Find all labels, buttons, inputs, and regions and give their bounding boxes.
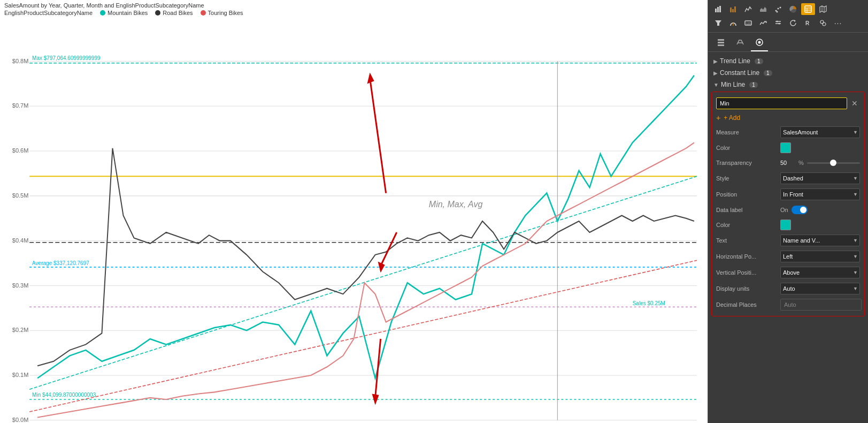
- trend-line-badge: 1: [755, 58, 763, 64]
- chart-area: SalesAmount by Year, Quarter, Month and …: [0, 0, 708, 423]
- legend-label-road: Road Bikes: [163, 10, 193, 16]
- transparency-value: 50: [780, 160, 795, 166]
- position-row: Position In Front Behind ▼: [716, 186, 860, 202]
- data-label-row: Data label On: [716, 202, 860, 217]
- measure-select[interactable]: SalesAmount: [780, 126, 860, 138]
- toolbar-scatter-icon[interactable]: [771, 3, 785, 15]
- data-label-value-container: On: [780, 206, 860, 214]
- main-container: SalesAmount by Year, Quarter, Month and …: [0, 0, 868, 423]
- svg-rect-76: [718, 39, 724, 41]
- color2-swatch[interactable]: [780, 220, 791, 230]
- add-button[interactable]: + + Add: [716, 111, 860, 124]
- toolbar-row-1: [710, 2, 866, 16]
- svg-marker-60: [820, 6, 826, 12]
- svg-text:Max $797,064.60999999999: Max $797,064.60999999999: [32, 55, 101, 61]
- tab-format[interactable]: [732, 36, 749, 51]
- svg-text:$0.8M: $0.8M: [12, 57, 29, 64]
- chart-legend: EnglishProductSubcategoryName Mountain B…: [4, 9, 703, 17]
- display-units-value-container: Auto None Thousands Millions ▼: [780, 283, 860, 294]
- transparency-value-container: 50 %: [780, 160, 860, 166]
- toolbar-more-icon[interactable]: ···: [831, 17, 845, 29]
- toolbar-funnel-icon[interactable]: [711, 17, 725, 29]
- h-position-select[interactable]: Left Center Right: [780, 251, 860, 262]
- color-row: Color: [716, 140, 860, 155]
- section-min-line[interactable]: ▼ Min Line 1: [708, 79, 868, 90]
- constant-line-chevron: ▶: [713, 70, 718, 76]
- data-label-label: Data label: [716, 207, 780, 213]
- toolbar-card-icon[interactable]: 123: [741, 17, 755, 29]
- h-position-value-container: Left Center Right ▼: [780, 251, 860, 262]
- svg-marker-71: [794, 20, 796, 22]
- constant-line-badge: 1: [764, 70, 772, 76]
- name-input-container: ✕: [716, 97, 860, 109]
- color-value-container: [780, 142, 860, 153]
- toolbar-column-icon[interactable]: [726, 3, 740, 15]
- position-select[interactable]: In Front Behind: [780, 188, 860, 200]
- toolbar-top: 123 R ···: [708, 0, 868, 33]
- add-label: + Add: [724, 114, 740, 122]
- toolbar-refresh-icon[interactable]: [786, 17, 800, 29]
- svg-text:$0.1M: $0.1M: [12, 372, 29, 378]
- svg-text:R: R: [805, 20, 810, 26]
- legend-item-mountain: Mountain Bikes: [100, 10, 148, 16]
- color2-label: Color: [716, 222, 780, 228]
- toolbar-table-selected-icon[interactable]: [801, 3, 815, 15]
- toolbar-line-icon[interactable]: [741, 3, 755, 15]
- transparency-thumb[interactable]: [830, 160, 836, 166]
- svg-rect-45: [715, 9, 717, 12]
- tab-analytics[interactable]: [751, 36, 768, 51]
- svg-text:$0.6M: $0.6M: [12, 147, 29, 154]
- section-trend-line[interactable]: ▶ Trend Line 1: [708, 55, 868, 67]
- toolbar-pie-icon[interactable]: [786, 3, 800, 15]
- style-label: Style: [716, 175, 780, 182]
- svg-marker-63: [715, 20, 721, 26]
- toolbar-bar-icon[interactable]: [711, 3, 725, 15]
- toolbar-r-icon[interactable]: R: [801, 17, 815, 29]
- h-position-row: Horizontal Po... Left Center Right ▼: [716, 248, 860, 265]
- toolbar-python-icon[interactable]: [816, 17, 830, 29]
- svg-text:$0.4M: $0.4M: [12, 237, 29, 244]
- v-position-select[interactable]: Above Below: [780, 267, 860, 278]
- name-close-btn[interactable]: ✕: [849, 99, 860, 108]
- style-select[interactable]: Dashed Solid Dotted: [780, 172, 860, 184]
- svg-rect-46: [717, 7, 719, 12]
- tab-fields[interactable]: [712, 36, 729, 51]
- transparency-pct: %: [798, 160, 804, 166]
- color2-value-container: [780, 220, 860, 230]
- transparency-label: Transparency: [716, 160, 780, 166]
- svg-point-55: [777, 11, 778, 13]
- text-select[interactable]: Name and V... Name Value: [780, 235, 860, 246]
- legend-dot-touring: [201, 10, 206, 16]
- toolbar-area-icon[interactable]: [756, 3, 770, 15]
- decimal-places-input[interactable]: [780, 299, 862, 311]
- svg-text:$0.5M: $0.5M: [12, 192, 29, 199]
- legend-label-mountain: Mountain Bikes: [107, 10, 148, 16]
- decimal-places-label: Decimal Places: [716, 301, 780, 308]
- data-label-toggle-knob: [800, 207, 806, 213]
- h-position-label: Horizontal Po...: [716, 253, 780, 260]
- transparency-slider[interactable]: [807, 162, 860, 164]
- toolbar-gauge-icon[interactable]: [726, 17, 740, 29]
- name-input[interactable]: [716, 97, 847, 109]
- section-constant-line[interactable]: ▶ Constant Line 1: [708, 67, 868, 79]
- panel-content: ▶ Trend Line 1 ▶ Constant Line 1 ▼ Min L…: [708, 52, 868, 423]
- color-label: Color: [716, 145, 780, 151]
- display-units-select[interactable]: Auto None Thousands Millions: [780, 283, 860, 294]
- display-units-label: Display units: [716, 285, 780, 292]
- toolbar-kpi-icon[interactable]: [756, 17, 770, 29]
- position-value-container: In Front Behind ▼: [780, 188, 860, 200]
- svg-text:Min $44,099.87000000003: Min $44,099.87000000003: [32, 392, 96, 398]
- style-row: Style Dashed Solid Dotted ▼: [716, 170, 860, 186]
- data-label-toggle[interactable]: [792, 206, 808, 214]
- display-units-select-container: Auto None Thousands Millions ▼: [780, 283, 860, 294]
- toolbar-slicer-icon[interactable]: [771, 17, 785, 29]
- style-value-container: Dashed Solid Dotted ▼: [780, 172, 860, 184]
- color-swatch[interactable]: [780, 142, 791, 153]
- min-line-chevron: ▼: [713, 82, 719, 88]
- toolbar-map-icon[interactable]: [816, 3, 830, 15]
- svg-text:$0.7M: $0.7M: [12, 102, 29, 109]
- svg-marker-51: [760, 7, 766, 12]
- chart-header: SalesAmount by Year, Quarter, Month and …: [0, 0, 708, 19]
- display-units-row: Display units Auto None Thousands Millio…: [716, 281, 860, 297]
- legend-item-touring: Touring Bikes: [201, 10, 243, 16]
